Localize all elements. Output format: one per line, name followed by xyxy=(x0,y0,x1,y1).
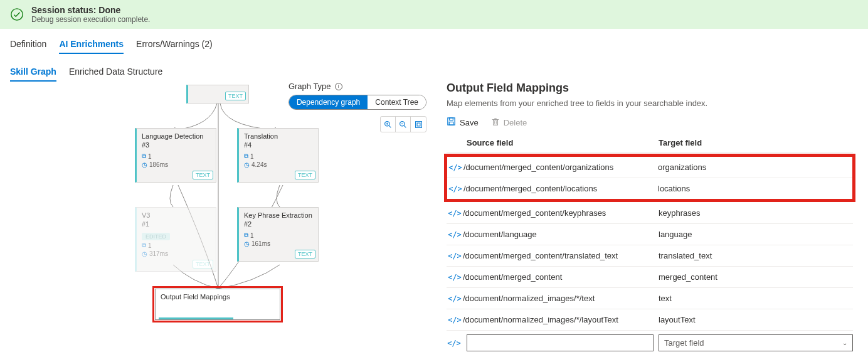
panel-subtitle: Map elements from your enriched tree to … xyxy=(447,99,853,108)
success-icon xyxy=(10,8,24,21)
svg-rect-14 xyxy=(450,118,453,120)
text-badge: TEXT xyxy=(193,260,213,269)
subtab-enriched-data[interactable]: Enriched Data Structure xyxy=(69,63,162,82)
code-icon: </> xyxy=(447,209,463,218)
code-icon: </> xyxy=(447,252,463,260)
code-icon: </> xyxy=(447,294,463,303)
svg-rect-16 xyxy=(493,120,497,125)
output-field-mappings-node[interactable]: Output Field Mappings xyxy=(155,289,280,320)
clock-icon: ◷ xyxy=(244,161,250,168)
skill-node-language-detection[interactable]: Language Detection #3 ⧉1 ◷186ms TEXT xyxy=(135,128,216,183)
svg-rect-13 xyxy=(448,118,455,125)
text-badge: TEXT xyxy=(225,92,246,100)
status-banner: Session status: Done Debug session execu… xyxy=(0,0,868,29)
tab-ai-enrichments[interactable]: AI Enrichments xyxy=(59,35,124,54)
trash-icon xyxy=(491,117,500,128)
mapping-row[interactable]: </> /document/merged_content merged_cont… xyxy=(447,267,853,288)
new-mapping-row: </> Target field ⌄ xyxy=(447,331,853,355)
mapping-row[interactable]: </> /document/merged_content/locations l… xyxy=(447,178,852,199)
svg-point-0 xyxy=(11,9,23,20)
copy-icon: ⧉ xyxy=(142,152,146,160)
code-icon: </> xyxy=(447,316,463,324)
subtab-skill-graph[interactable]: Skill Graph xyxy=(10,63,56,82)
code-icon: </> xyxy=(447,230,463,239)
code-icon: </> xyxy=(447,184,463,193)
tab-errors-warnings[interactable]: Errors/Warnings (2) xyxy=(136,35,213,54)
copy-icon: ⧉ xyxy=(142,242,146,249)
clock-icon: ◷ xyxy=(142,161,147,168)
mapping-row[interactable]: </> /document/normalized_images/*/text t… xyxy=(447,288,853,309)
skill-node-key-phrase[interactable]: Key Phrase Extraction #2 ⧉1 ◷161ms TEXT xyxy=(237,207,319,262)
mapping-row[interactable]: </> /document/merged_content/translated_… xyxy=(447,245,853,267)
mapping-row[interactable]: </> /document/language language xyxy=(447,224,853,245)
copy-icon: ⧉ xyxy=(244,232,248,239)
tab-definition[interactable]: Definition xyxy=(10,35,46,54)
status-title: Session status: Done xyxy=(31,5,150,15)
code-icon: </> xyxy=(447,273,463,282)
code-icon: </> xyxy=(447,339,462,348)
sub-tabs: Skill Graph Enriched Data Structure xyxy=(0,54,868,82)
edited-badge: EDITED xyxy=(142,233,170,240)
text-badge: TEXT xyxy=(193,171,213,179)
save-icon xyxy=(447,117,456,128)
source-field-input[interactable] xyxy=(467,334,654,351)
code-icon: </> xyxy=(447,163,463,172)
mapping-row[interactable]: </> /document/merged_content/organizatio… xyxy=(447,157,852,178)
status-message: Debug session execution complete. xyxy=(31,15,150,24)
skill-node-translation[interactable]: Translation #4 ⧉1 ◷4.24s TEXT xyxy=(237,128,319,183)
clock-icon: ◷ xyxy=(142,250,147,257)
chevron-down-icon: ⌄ xyxy=(842,339,847,346)
save-button[interactable]: Save xyxy=(447,117,479,128)
delete-button: Delete xyxy=(491,117,527,128)
skill-node-top[interactable]: TEXT xyxy=(186,85,249,104)
text-badge: TEXT xyxy=(295,171,315,179)
main-tabs: Definition AI Enrichments Errors/Warning… xyxy=(0,29,868,54)
target-field-select[interactable]: Target field ⌄ xyxy=(659,334,853,351)
mapping-row[interactable]: </> /document/normalized_images/*/layout… xyxy=(447,309,853,331)
highlighted-rows: </> /document/merged_content/organizatio… xyxy=(445,155,854,201)
skill-node-v3[interactable]: V3 #1 EDITED ⧉1 ◷317ms TEXT xyxy=(135,207,216,272)
clock-icon: ◷ xyxy=(244,240,250,247)
mapping-row[interactable]: </> /document/merged_content/keyphrases … xyxy=(447,203,853,224)
svg-rect-15 xyxy=(449,122,453,125)
text-badge: TEXT xyxy=(295,250,315,258)
mapping-table-header: Source field Target field xyxy=(447,136,853,153)
panel-title: Output Field Mappings xyxy=(447,82,853,95)
copy-icon: ⧉ xyxy=(244,152,248,160)
